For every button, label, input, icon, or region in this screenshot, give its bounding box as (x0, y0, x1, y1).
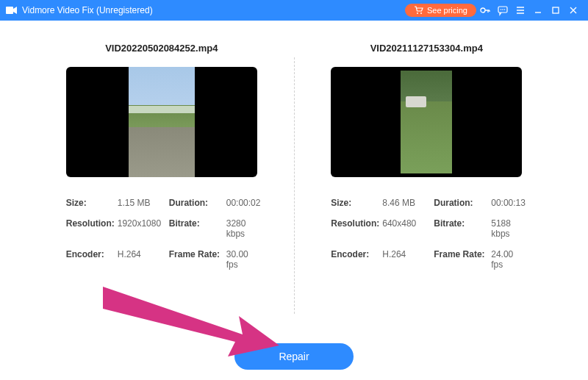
app-title: Vidmore Video Fix (Unregistered) (22, 5, 153, 15)
size-label: Size: (66, 198, 118, 208)
encoder-value: H.264 (382, 249, 434, 270)
size-label: Size: (331, 198, 382, 208)
resolution-label: Resolution: (331, 218, 382, 239)
size-value: 8.46 MB (382, 198, 434, 208)
framerate-label: Frame Rate: (434, 249, 491, 270)
svg-point-1 (417, 12, 418, 14)
feedback-icon[interactable] (494, 1, 512, 19)
encoder-value: H.264 (118, 249, 169, 270)
bitrate-value: 3280 kbps (226, 218, 261, 239)
right-filename: VID20211127153304.mp4 (370, 43, 483, 54)
svg-rect-0 (6, 7, 13, 14)
close-button[interactable] (564, 1, 582, 19)
duration-value: 00:00:02 (226, 198, 261, 208)
minimize-button[interactable] (529, 1, 547, 19)
left-filename: VID20220502084252.mp4 (105, 43, 218, 54)
bitrate-value: 5188 kbps (491, 218, 526, 239)
footer: Repair (0, 343, 588, 370)
app-logo-icon (6, 5, 18, 15)
right-video-thumbnail[interactable] (331, 67, 522, 177)
svg-point-6 (502, 9, 503, 10)
bitrate-label: Bitrate: (434, 218, 491, 239)
encoder-label: Encoder: (66, 249, 118, 270)
size-value: 1.15 MB (118, 198, 169, 208)
left-video-meta: Size: 1.15 MB Duration: 00:00:02 Resolut… (66, 198, 257, 270)
svg-point-3 (481, 8, 485, 12)
framerate-label: Frame Rate: (169, 249, 226, 270)
svg-point-2 (420, 12, 422, 14)
encoder-label: Encoder: (331, 249, 382, 270)
see-pricing-button[interactable]: See pricing (405, 4, 476, 17)
duration-label: Duration: (434, 198, 491, 208)
key-icon[interactable] (476, 1, 494, 19)
duration-label: Duration: (169, 198, 226, 208)
left-video-thumbnail[interactable] (66, 67, 257, 177)
resolution-value: 1920x1080 (118, 218, 169, 239)
cart-icon (414, 6, 423, 15)
left-video-panel: VID20220502084252.mp4 Size: 1.15 MB Dura… (29, 43, 294, 329)
menu-icon[interactable] (512, 1, 529, 19)
pricing-label: See pricing (427, 6, 467, 15)
resolution-label: Resolution: (66, 218, 118, 239)
svg-rect-8 (553, 7, 559, 13)
framerate-value: 30.00 fps (226, 249, 261, 270)
right-video-panel: VID20211127153304.mp4 Size: 8.46 MB Dura… (295, 43, 559, 329)
repair-button[interactable]: Repair (234, 343, 353, 370)
bitrate-label: Bitrate: (169, 218, 226, 239)
framerate-value: 24.00 fps (491, 249, 526, 270)
duration-value: 00:00:13 (491, 198, 526, 208)
right-video-meta: Size: 8.46 MB Duration: 00:00:13 Resolut… (331, 198, 522, 270)
main-content: VID20220502084252.mp4 Size: 1.15 MB Dura… (0, 21, 588, 336)
svg-point-7 (504, 9, 506, 10)
resolution-value: 640x480 (382, 218, 434, 239)
titlebar: Vidmore Video Fix (Unregistered) See pri… (0, 0, 588, 21)
svg-point-5 (501, 9, 502, 10)
maximize-button[interactable] (547, 1, 564, 19)
